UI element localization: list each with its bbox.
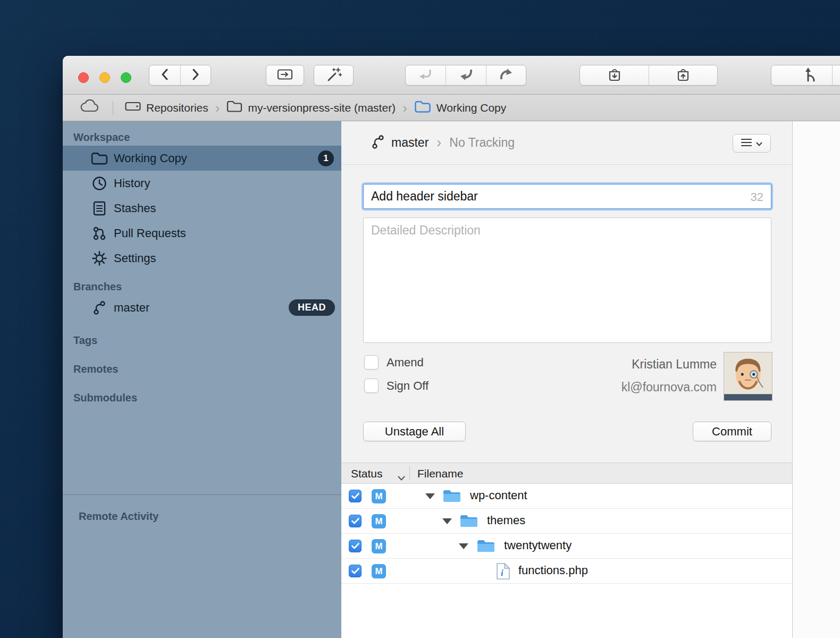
publish-segment <box>771 65 840 86</box>
folder-blue-icon <box>476 539 495 556</box>
pull-button[interactable] <box>446 65 485 85</box>
checkbox-checked-icon[interactable] <box>349 515 362 527</box>
back-button[interactable] <box>149 65 180 85</box>
drive-icon <box>125 100 141 115</box>
disclosure-triangle-icon[interactable] <box>442 518 452 524</box>
amend-label: Amend <box>387 356 424 370</box>
breadcrumb-repositories[interactable]: Repositories <box>125 100 208 115</box>
publish-button[interactable] <box>789 65 832 85</box>
column-divider[interactable] <box>409 466 410 480</box>
merge-actions-segment <box>405 65 526 86</box>
breadcrumb-divider <box>113 101 113 115</box>
status-badge: M <box>372 539 386 553</box>
push-arrow-icon <box>499 68 513 83</box>
sidebar-section-remotes[interactable]: Remotes <box>63 360 341 377</box>
sidebar-item-pull-requests[interactable]: Pull Requests <box>63 221 341 246</box>
folder-blue-icon <box>459 514 478 531</box>
stash-save-icon <box>608 67 621 84</box>
cloud-icon[interactable] <box>79 99 100 116</box>
file-name: functions.php <box>518 564 588 577</box>
merge-button[interactable] <box>406 65 446 85</box>
apply-stash-button[interactable] <box>649 65 717 85</box>
pull-arrow-icon <box>459 68 473 83</box>
folder-icon <box>90 152 108 165</box>
sidebar-item-stashes[interactable]: Stashes <box>63 196 341 221</box>
disclosure-triangle-icon[interactable] <box>425 493 435 499</box>
sidebar-item-label: History <box>114 177 150 190</box>
checkbox-checked-icon[interactable] <box>349 490 362 502</box>
sidebar-item-history[interactable]: History <box>63 171 341 196</box>
sidebar-section-submodules[interactable]: Submodules <box>63 389 341 406</box>
sidebar-item-label: Pull Requests <box>114 226 186 240</box>
folder-icon <box>226 100 242 115</box>
chevron-down-icon[interactable] <box>398 471 405 483</box>
checkbox-checked-icon[interactable] <box>349 565 362 577</box>
breadcrumb-working-copy[interactable]: Working Copy <box>414 100 507 116</box>
right-panel <box>792 121 840 638</box>
file-name: wp-content <box>470 489 527 502</box>
commit-message-input[interactable] <box>364 184 771 208</box>
minimize-button[interactable] <box>99 72 110 83</box>
avatar <box>724 352 772 401</box>
checkbox-checked-icon[interactable] <box>349 540 362 552</box>
branch-bar: master › No Tracking <box>341 121 792 165</box>
table-row[interactable]: M wp-content <box>341 484 792 509</box>
file-name: themes <box>487 514 525 527</box>
commit-label: Commit <box>712 425 752 439</box>
remote-activity-panel: Remote Activity <box>63 494 341 638</box>
current-branch-label[interactable]: master <box>391 136 429 150</box>
stash-list-icon <box>90 201 108 216</box>
remote-activity-header: Remote Activity <box>63 508 341 525</box>
zoom-button[interactable] <box>121 72 131 83</box>
sidebar-item-settings[interactable]: Settings <box>63 246 341 271</box>
unstage-all-button[interactable]: Unstage All <box>363 422 466 441</box>
php-file-icon: i <box>496 563 510 582</box>
disclosure-triangle-icon[interactable] <box>459 543 468 549</box>
sign-off-checkbox[interactable]: Sign Off <box>364 379 429 393</box>
close-button[interactable] <box>78 72 89 83</box>
checkbox-unchecked-icon <box>364 355 379 370</box>
sign-off-label: Sign Off <box>387 379 429 393</box>
history-nav-segment <box>149 65 211 86</box>
sidebar-item-label: Stashes <box>114 202 156 215</box>
head-badge: HEAD <box>289 299 335 316</box>
view-options-button[interactable] <box>733 134 771 153</box>
author-email: kl@fournova.com <box>621 380 717 394</box>
sidebar-item-label: Working Copy <box>114 152 187 165</box>
chevron-right-icon: › <box>436 135 441 151</box>
table-row[interactable]: M themes <box>341 509 792 534</box>
save-stash-button[interactable] <box>580 65 649 85</box>
folder-blue-icon <box>442 489 461 506</box>
chevron-down-icon <box>756 139 762 148</box>
table-row[interactable]: M i functions.php <box>341 559 792 584</box>
push-button[interactable] <box>486 65 526 85</box>
sidebar-item-working-copy[interactable]: Working Copy 1 <box>63 146 341 171</box>
sidebar-item-label: master <box>114 301 149 315</box>
status-column-header[interactable]: Status <box>351 467 383 480</box>
hamburger-icon <box>741 138 752 149</box>
titlebar <box>63 56 840 95</box>
breadcrumb-repository-label: my-versionpress-site (master) <box>248 102 396 114</box>
forward-button[interactable] <box>180 65 211 85</box>
commit-description-input[interactable] <box>363 217 771 343</box>
partial-toolbar-button[interactable] <box>832 65 840 85</box>
breadcrumb-repository[interactable]: my-versionpress-site (master) <box>226 100 396 115</box>
gear-icon <box>90 251 108 266</box>
author-name: Kristian Lumme <box>632 357 717 372</box>
quick-actions-button[interactable] <box>314 65 354 86</box>
sidebar-section-tags[interactable]: Tags <box>63 332 341 349</box>
sidebar-section-branches: Branches <box>63 278 341 295</box>
tracking-status-label[interactable]: No Tracking <box>449 136 515 150</box>
open-repository-button[interactable] <box>266 65 304 86</box>
amend-checkbox[interactable]: Amend <box>364 355 424 370</box>
sidebar-item-master[interactable]: master HEAD <box>63 295 341 320</box>
staged-files-table: Status Filename M <box>341 463 792 638</box>
open-repository-icon <box>277 68 293 83</box>
commit-message-field: 32 <box>363 184 771 209</box>
merge-arrow-icon <box>419 68 433 83</box>
publish-icon <box>805 67 817 84</box>
branch-icon <box>371 135 385 152</box>
commit-button[interactable]: Commit <box>693 422 771 441</box>
filename-column-header[interactable]: Filename <box>417 467 463 480</box>
table-row[interactable]: M twentytwenty <box>341 534 792 559</box>
